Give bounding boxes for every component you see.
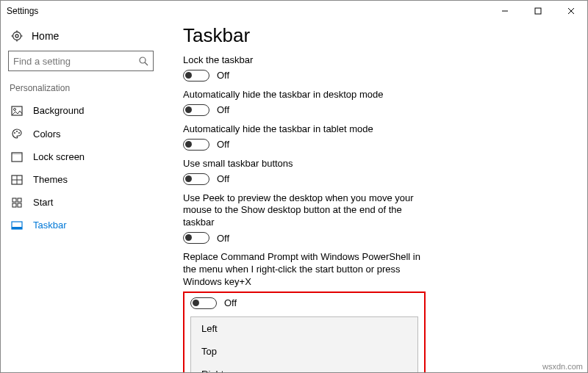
svg-rect-22 <box>12 198 16 202</box>
svg-point-10 <box>140 57 146 63</box>
minimize-button[interactable] <box>488 1 521 21</box>
toggle-state: Off <box>217 233 229 244</box>
home-nav[interactable]: Home <box>1 26 161 51</box>
setting-label: Automatically hide the taskbar in tablet… <box>183 123 426 136</box>
search-icon <box>138 56 148 66</box>
lock-screen-icon <box>10 152 24 162</box>
search-input[interactable]: Find a setting <box>8 51 154 71</box>
toggle-switch[interactable] <box>183 173 209 185</box>
themes-icon <box>10 175 24 185</box>
titlebar: Settings <box>1 1 587 21</box>
toggle-switch[interactable] <box>183 139 209 151</box>
palette-icon <box>10 128 24 140</box>
sidebar-section-header: Personalization <box>1 80 161 99</box>
close-button[interactable] <box>554 1 587 21</box>
svg-point-13 <box>14 108 16 110</box>
sidebar-item-taskbar[interactable]: Taskbar <box>1 214 161 236</box>
svg-rect-25 <box>18 203 21 207</box>
dropdown-option-left[interactable]: Left <box>191 317 417 340</box>
svg-point-14 <box>14 132 15 134</box>
sidebar-item-label: Taskbar <box>33 220 67 231</box>
toggle-switch[interactable] <box>183 104 209 116</box>
dropdown-option-top[interactable]: Top <box>191 340 417 363</box>
svg-rect-1 <box>535 8 541 14</box>
toggle-switch[interactable] <box>183 232 209 244</box>
setting-peek: Use Peek to preview the desktop when you… <box>183 192 565 245</box>
sidebar-item-colors[interactable]: Colors <box>1 122 161 145</box>
taskbar-icon <box>10 221 24 230</box>
svg-point-16 <box>18 132 20 134</box>
toggle-state: Off <box>224 297 237 308</box>
start-icon <box>10 198 24 208</box>
sidebar-item-themes[interactable]: Themes <box>1 168 161 191</box>
sidebar: Home Find a setting Personalization Back… <box>1 21 161 372</box>
setting-autohide-tablet: Automatically hide the taskbar in tablet… <box>183 123 565 151</box>
sidebar-item-label: Colors <box>33 128 61 140</box>
home-label: Home <box>32 30 59 42</box>
toggle-switch[interactable] <box>183 70 209 82</box>
sidebar-item-start[interactable]: Start <box>1 191 161 214</box>
toggle-state: Off <box>217 173 229 184</box>
svg-rect-18 <box>12 153 22 155</box>
annotation-highlight: Off Left Top Right Bottom <box>183 291 426 372</box>
window-body: Home Find a setting Personalization Back… <box>1 21 587 372</box>
setting-small-buttons: Use small taskbar buttons Off <box>183 158 565 185</box>
svg-line-11 <box>145 62 148 65</box>
search-placeholder: Find a setting <box>13 56 138 67</box>
settings-window: Settings Home Find a setting <box>0 0 588 373</box>
setting-autohide-desktop: Automatically hide the taskbar in deskto… <box>183 89 565 116</box>
sidebar-item-label: Lock screen <box>33 151 85 162</box>
sidebar-item-label: Themes <box>33 174 68 185</box>
toggle-state: Off <box>217 104 229 115</box>
setting-lock-taskbar: Lock the taskbar Off <box>183 54 565 82</box>
setting-label: Replace Command Prompt with Windows Powe… <box>183 251 426 289</box>
svg-rect-23 <box>18 198 21 202</box>
window-title: Settings <box>7 6 488 16</box>
svg-rect-24 <box>12 203 16 207</box>
gear-icon <box>10 30 24 42</box>
svg-point-5 <box>15 35 18 37</box>
svg-point-4 <box>13 32 21 40</box>
taskbar-location-dropdown[interactable]: Left Top Right Bottom <box>190 316 418 372</box>
watermark: wsxdn.com <box>542 362 583 371</box>
setting-powershell: Replace Command Prompt with Windows Powe… <box>183 251 565 289</box>
sidebar-item-label: Background <box>33 105 84 116</box>
sidebar-item-lock-screen[interactable]: Lock screen <box>1 145 161 168</box>
toggle-state: Off <box>217 139 229 150</box>
setting-label: Lock the taskbar <box>183 54 426 67</box>
window-controls <box>488 1 587 21</box>
svg-point-15 <box>16 131 18 132</box>
svg-rect-27 <box>12 227 22 229</box>
page-title: Taskbar <box>183 24 565 47</box>
toggle-state: Off <box>217 70 229 81</box>
sidebar-item-background[interactable]: Background <box>1 99 161 122</box>
content-pane: Taskbar Lock the taskbar Off Automatical… <box>161 21 587 372</box>
picture-icon <box>10 106 24 116</box>
dropdown-option-right[interactable]: Right <box>191 363 417 372</box>
setting-label: Use Peek to preview the desktop when you… <box>183 192 426 230</box>
setting-label: Automatically hide the taskbar in deskto… <box>183 89 426 101</box>
maximize-button[interactable] <box>521 1 554 21</box>
setting-label: Use small taskbar buttons <box>183 158 426 170</box>
toggle-switch[interactable] <box>190 297 217 309</box>
sidebar-item-label: Start <box>33 197 53 208</box>
